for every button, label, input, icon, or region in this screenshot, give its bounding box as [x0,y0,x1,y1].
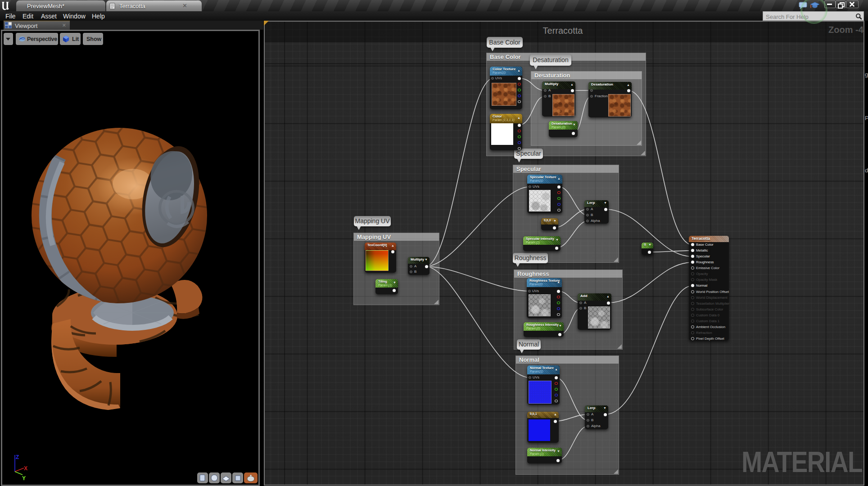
svg-text:Y: Y [22,475,26,482]
svg-text:Z: Z [16,454,19,460]
svg-text:X: X [24,465,27,472]
